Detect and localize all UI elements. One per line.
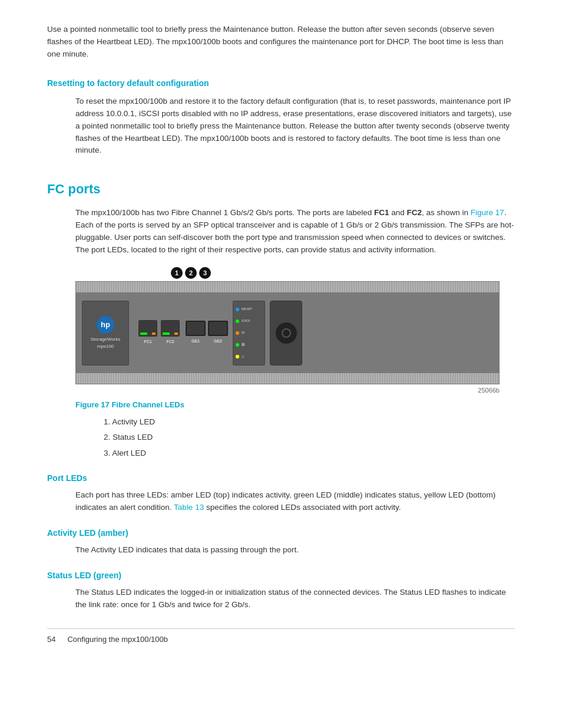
led-panel: MGMT IOIOI ⊟ ⏻: [233, 301, 265, 365]
ge2-port-group: GE2: [208, 321, 228, 345]
section-port-leds-heading: Port LEDs: [47, 472, 515, 485]
footer: 54 Configuring the mpx100/100b: [47, 628, 515, 645]
pwr-led-row: ⏻: [236, 342, 262, 347]
port-leds-text2: specifies the colored LEDs associated wi…: [204, 503, 401, 512]
list-item-2: 2. Status LED: [104, 431, 515, 443]
figure17-wrapper: 1 2 3 hp StorageWorksmpx100: [75, 267, 515, 459]
fc2-port-group: FC2: [161, 320, 180, 345]
power-socket: [276, 322, 297, 344]
section-activity-led-heading: Activity LED (amber): [47, 527, 515, 539]
figure-number-label: 25066b: [75, 386, 500, 396]
fc2-sfp-port: [161, 320, 180, 337]
ge2-label-txt: GE2: [214, 338, 222, 345]
fc1-sfp-port: [138, 320, 157, 337]
hp-logo-circle: hp: [97, 316, 114, 334]
ge1-port: [186, 321, 206, 336]
number-badge-1: 1: [171, 267, 183, 279]
section-factory-reset-heading: Resetting to factory default configurati…: [47, 77, 515, 90]
fc1-label-txt: FC1: [144, 339, 151, 345]
section-status-led-heading: Status LED (green): [47, 569, 515, 582]
section-factory-reset: Resetting to factory default configurati…: [47, 77, 515, 157]
table13-link[interactable]: Table 13: [174, 503, 204, 512]
fc-ports-text1: The mpx100/100b has two Fibre Channel 1 …: [75, 208, 374, 217]
ioioi-led-row: IOIOI: [236, 318, 262, 324]
ge1-label-txt: GE1: [191, 338, 200, 345]
section-factory-reset-body: To reset the mpx100/100b and restore it …: [75, 95, 515, 157]
footer-page-number: 54: [47, 634, 55, 645]
top-strip: [76, 282, 499, 292]
mgmt-led-row: MGMT: [236, 307, 262, 312]
alert-led: [236, 355, 239, 358]
section-port-leds-body: Each port has three LEDs: amber LED (top…: [75, 489, 515, 514]
section-status-led-body: The Status LED indicates the logged-in o…: [75, 587, 515, 611]
footer-page-text: Configuring the mpx100/100b: [67, 634, 168, 645]
pwr-led: [236, 343, 239, 347]
number-badge-3: 3: [199, 267, 211, 279]
section-activity-led: Activity LED (amber) The Activity LED in…: [47, 527, 515, 556]
hdd-label: ⊟: [242, 330, 244, 335]
ge1-port-group: GE1: [186, 321, 206, 345]
fc-ports-text3: , as shown in: [422, 208, 471, 217]
alert-label: △: [242, 354, 244, 359]
hp-device-text: StorageWorksmpx100: [91, 336, 121, 350]
list-item-3: 3. Alert LED: [104, 447, 515, 459]
list-item-1: 1. Activity LED: [104, 416, 515, 428]
fc2-label-txt: FC2: [166, 339, 174, 345]
fc2-label: FC2: [407, 208, 422, 217]
hdd-led: [236, 331, 239, 335]
power-connector: [270, 301, 302, 365]
figure-list: 1. Activity LED 2. Status LED 3. Alert L…: [104, 416, 515, 459]
device-main-area: hp StorageWorksmpx100 FC1: [76, 292, 499, 373]
section-fc-ports-heading: FC ports: [47, 174, 515, 199]
section-fc-ports-body: The mpx100/100b has two Fibre Channel 1 …: [75, 207, 515, 256]
figure-caption: Figure 17 Fibre Channel LEDs: [75, 399, 515, 411]
section-port-leds: Port LEDs Each port has three LEDs: ambe…: [47, 472, 515, 514]
footer-page-info: 54 Configuring the mpx100/100b: [47, 634, 515, 645]
mgmt-label: MGMT: [242, 307, 252, 312]
pwr-label: ⏻: [242, 342, 245, 347]
section-fc-ports: FC ports The mpx100/100b has two Fibre C…: [47, 174, 515, 459]
ge2-port: [208, 321, 228, 336]
intro-paragraph: Use a pointed nonmetallic tool to briefl…: [47, 24, 515, 61]
section-status-led: Status LED (green) The Status LED indica…: [47, 569, 515, 611]
hp-logo-area: hp StorageWorksmpx100: [82, 301, 129, 365]
section-activity-led-body: The Activity LED indicates that data is …: [75, 544, 515, 556]
fc-ports-text2: and: [389, 208, 407, 217]
ioioi-led: [236, 319, 239, 323]
bottom-strip: [76, 373, 499, 384]
ioioi-label: IOIOI: [242, 318, 250, 324]
fc1-label: FC1: [374, 208, 389, 217]
mgmt-led: [236, 308, 239, 311]
number-badge-2: 2: [185, 267, 197, 279]
figure17-link[interactable]: Figure 17: [471, 208, 504, 217]
page: Use a pointed nonmetallic tool to briefl…: [0, 0, 562, 728]
alert-led-row: △: [236, 354, 262, 359]
hdd-led-row: ⊟: [236, 330, 262, 335]
device-image: hp StorageWorksmpx100 FC1: [75, 281, 500, 384]
fc1-port-group: FC1: [138, 320, 157, 345]
